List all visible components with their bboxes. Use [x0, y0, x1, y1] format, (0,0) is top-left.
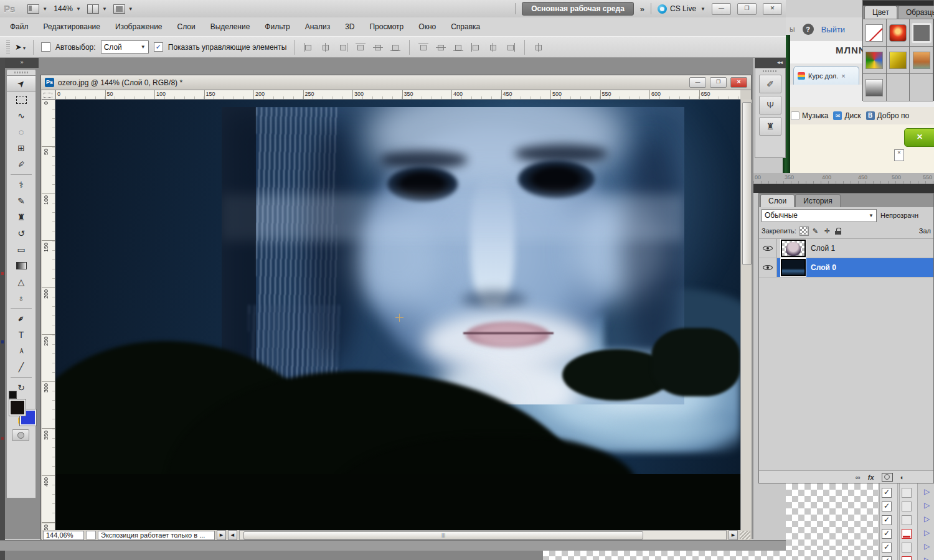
- layer-name[interactable]: Слой 0: [811, 263, 836, 272]
- distribute-left-edges-icon[interactable]: [470, 42, 481, 52]
- expand-triangle-icon[interactable]: ▷: [924, 542, 930, 551]
- type-tool[interactable]: T: [7, 327, 35, 343]
- move-tool[interactable]: ➤: [7, 75, 35, 91]
- bookmark-mail[interactable]: ✉Диск: [833, 111, 861, 120]
- visibility-cell[interactable]: [759, 258, 777, 277]
- layer-thumbnail[interactable]: [781, 240, 806, 257]
- path-selection-tool[interactable]: ➢: [7, 343, 35, 359]
- bookmark-page[interactable]: Музыка: [791, 111, 828, 120]
- align-vertical-centers-icon[interactable]: [372, 42, 384, 52]
- adjustment-layer-icon[interactable]: ◐: [900, 474, 905, 481]
- menu-item-8[interactable]: Просмотр: [369, 22, 403, 31]
- menu-item-0[interactable]: Файл: [10, 22, 29, 31]
- vertical-scrollbar[interactable]: [740, 100, 752, 530]
- canvas[interactable]: [55, 100, 740, 530]
- style-swatch-cell[interactable]: [887, 47, 910, 74]
- lasso-tool[interactable]: ∿: [7, 108, 35, 124]
- scroll-right-arrow[interactable]: ▶: [729, 530, 738, 540]
- pen-tool[interactable]: ✒: [7, 310, 35, 327]
- default-swatches-icon[interactable]: [9, 391, 17, 399]
- foreground-color-swatch[interactable]: [9, 399, 26, 416]
- workspace-chevrons[interactable]: »: [640, 4, 644, 14]
- align-top-edges-icon[interactable]: [355, 42, 366, 52]
- logout-link[interactable]: Выйти: [821, 25, 846, 34]
- checked-checkbox[interactable]: ✓: [882, 515, 892, 525]
- status-menu-arrow[interactable]: ▶: [217, 530, 226, 540]
- red-status-icon[interactable]: [902, 529, 912, 539]
- toolbar-collapse-bar[interactable]: »: [5, 57, 39, 68]
- lock-pixels-icon[interactable]: [812, 227, 820, 235]
- spot-healing-brush-tool[interactable]: ⚕: [7, 177, 35, 193]
- add-mask-icon[interactable]: [882, 473, 893, 482]
- checked-checkbox[interactable]: ✓: [882, 502, 892, 511]
- zoom-level-control[interactable]: 144% ▼: [54, 4, 81, 13]
- vertical-scrollbar-thumb[interactable]: [742, 102, 752, 265]
- style-swatch-cell[interactable]: [863, 74, 887, 101]
- distribute-top-edges-icon[interactable]: [418, 42, 429, 52]
- status-box[interactable]: [902, 543, 912, 553]
- launch-bridge-button[interactable]: ▼: [27, 4, 47, 14]
- lock-position-icon[interactable]: [823, 227, 831, 235]
- style-swatch-cell[interactable]: [887, 74, 910, 101]
- horizontal-scrollbar-thumb[interactable]: |||: [243, 531, 643, 539]
- layer-row-0[interactable]: Слой 0: [759, 258, 933, 278]
- menu-item-4[interactable]: Выделение: [210, 22, 250, 31]
- visibility-cell[interactable]: [759, 239, 777, 258]
- dodge-tool[interactable]: ♁: [7, 290, 35, 306]
- screen-mode-button[interactable]: ▼: [113, 4, 133, 14]
- red-status-icon[interactable]: [902, 556, 912, 560]
- cs-live-button[interactable]: CS Live ▼: [658, 4, 705, 14]
- expand-triangle-icon[interactable]: ▷: [924, 501, 930, 510]
- menu-item-6[interactable]: Анализ: [305, 22, 331, 31]
- lock-transparency-icon[interactable]: [800, 226, 809, 236]
- crop-tool[interactable]: ⊞: [7, 140, 35, 156]
- checked-checkbox[interactable]: ✓: [882, 556, 892, 560]
- eraser-tool[interactable]: ▭: [7, 241, 35, 258]
- status-box[interactable]: [902, 502, 912, 511]
- style-swatch-cell[interactable]: [910, 47, 933, 74]
- document-info-icon[interactable]: [86, 531, 96, 539]
- lock-all-icon[interactable]: [834, 227, 842, 235]
- menu-item-5[interactable]: Фильтр: [265, 22, 290, 31]
- tab-color[interactable]: Цвет: [864, 6, 897, 19]
- layer-name[interactable]: Слой 1: [811, 244, 835, 253]
- panel-header[interactable]: [863, 1, 933, 6]
- align-horizontal-centers-icon[interactable]: [320, 42, 331, 52]
- brush-panel-icon[interactable]: ✐: [759, 75, 781, 93]
- workspace-button[interactable]: Основная рабочая среда: [522, 2, 634, 16]
- style-swatch-cell[interactable]: [863, 19, 887, 47]
- align-right-edges-icon[interactable]: [337, 42, 349, 52]
- tab-history[interactable]: История: [795, 194, 841, 207]
- eyedropper-tool[interactable]: ✑: [7, 156, 35, 172]
- scroll-left-arrow[interactable]: ◀: [228, 530, 237, 540]
- checked-checkbox[interactable]: ✓: [882, 488, 892, 498]
- tab-swatches[interactable]: Образцы: [898, 6, 934, 19]
- distribute-bottom-edges-icon[interactable]: [453, 42, 464, 52]
- brush-tool[interactable]: ✎: [7, 193, 35, 209]
- document-titlebar[interactable]: Ps ozero.jpg @ 144% (Слой 0, RGB/8) * — …: [41, 75, 751, 90]
- history-brush-tool[interactable]: ↺: [7, 225, 35, 241]
- doc-minimize-button[interactable]: —: [689, 77, 706, 88]
- browser-tab[interactable]: Курс дол. ×: [793, 66, 859, 85]
- expand-triangle-icon[interactable]: ▷: [924, 528, 930, 537]
- expand-triangle-icon[interactable]: ▷: [924, 515, 930, 523]
- layer-thumbnail[interactable]: [781, 259, 806, 276]
- window-resize-grip[interactable]: [740, 531, 750, 539]
- clone-stamp-tool[interactable]: ♜: [7, 209, 35, 225]
- distribute-horizontal-centers-icon[interactable]: [488, 42, 499, 52]
- menu-item-1[interactable]: Редактирование: [44, 22, 100, 31]
- arrange-documents-button[interactable]: ▼: [87, 4, 107, 14]
- style-swatch-cell[interactable]: [863, 47, 887, 74]
- align-bottom-edges-icon[interactable]: [390, 42, 401, 52]
- distribute-right-edges-icon[interactable]: [505, 42, 516, 52]
- auto-align-layers-icon[interactable]: [533, 42, 544, 52]
- tab-layers[interactable]: Слои: [760, 194, 795, 207]
- menu-item-9[interactable]: Окно: [418, 22, 436, 31]
- horizontal-scrollbar[interactable]: |||: [239, 530, 727, 540]
- autoselect-checkbox[interactable]: [41, 42, 50, 52]
- checked-checkbox[interactable]: ✓: [882, 543, 892, 553]
- show-controls-checkbox[interactable]: ✓: [154, 42, 163, 52]
- menu-item-2[interactable]: Изображение: [115, 22, 163, 31]
- blend-mode-dropdown[interactable]: Обычные ▼: [762, 209, 877, 222]
- style-swatch-cell[interactable]: [910, 19, 933, 47]
